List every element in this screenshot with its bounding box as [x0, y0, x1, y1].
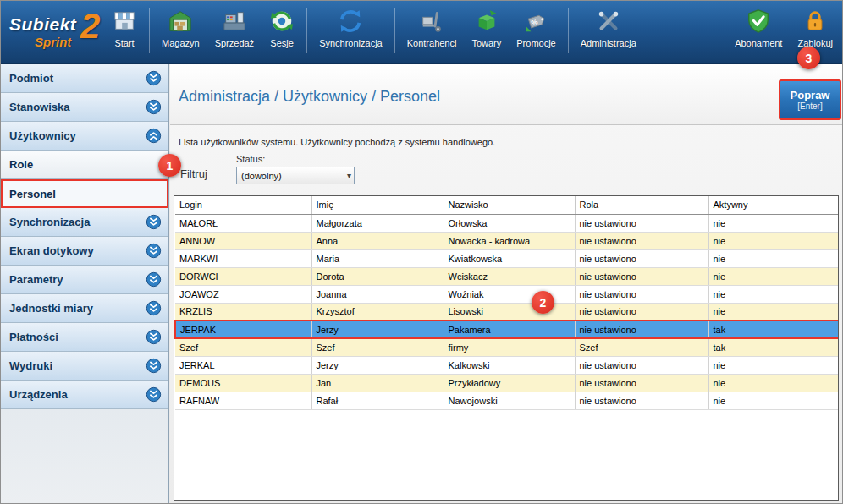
cell-login: JOAWOZ — [175, 285, 311, 303]
cell-rola: nie ustawiono — [575, 320, 708, 338]
column-header-1[interactable]: Imię — [311, 196, 444, 214]
toolbar-item-kontrahenci[interactable]: Kontrahenci — [399, 6, 465, 60]
toolbar-item-magazyn[interactable]: Magazyn — [154, 6, 207, 60]
cell-login: RAFNAW — [175, 392, 311, 409]
table-row[interactable]: MARKWIMariaKwiatkowskanie ustawiononie — [175, 249, 839, 267]
sidebar-item-parametry[interactable]: Parametry — [1, 266, 168, 294]
column-header-0[interactable]: Login — [175, 196, 311, 214]
sidebar-item-ekran-dotykowy[interactable]: Ekran dotykowy — [1, 237, 168, 266]
cell-login: ANNOW — [175, 232, 311, 249]
toolbar-item-label: Start — [114, 38, 134, 48]
popraw-button[interactable]: Popraw [Enter] — [779, 79, 841, 120]
chevron-down-icon[interactable] — [146, 358, 162, 374]
toolbar-item-administracja[interactable]: Administracja — [573, 6, 644, 60]
table-row[interactable]: JOAWOZJoannaWoźniaknie ustawiononie — [175, 285, 839, 303]
column-header-4[interactable]: Aktywny — [708, 196, 839, 214]
chevron-down-icon: ▾ — [347, 171, 351, 180]
sidebar-item-label: Podmiot — [9, 72, 53, 85]
top-toolbar: Subiekt 2 Sprint StartMagazynSprzedażSes… — [1, 1, 843, 64]
toolbar-item-label: Abonament — [735, 38, 782, 48]
subscription-shield-icon — [746, 8, 771, 34]
cell-aktywny: nie — [708, 392, 839, 409]
brand-version: 2 — [80, 6, 100, 47]
toolbar-item-sprzedaz[interactable]: Sprzedaż — [207, 6, 262, 60]
table-row[interactable]: KRZLISKrzysztofLisowskinie ustawiononie — [175, 303, 839, 320]
sidebar-item-label: Wydruki — [9, 359, 52, 372]
sidebar-item-podmiot[interactable]: Podmiot — [1, 64, 168, 93]
toolbar-item-towary[interactable]: Towary — [464, 6, 509, 60]
popraw-button-shortcut: [Enter] — [797, 101, 822, 111]
table-row[interactable]: JERKALJerzyKalkowskinie ustawiononie — [175, 356, 839, 374]
chevron-down-icon[interactable] — [146, 99, 162, 115]
toolbar-item-sesje[interactable]: Sesje — [262, 6, 302, 60]
toolbar-left-group: StartMagazynSprzedażSesjeSynchronizacjaK… — [104, 6, 644, 60]
status-dropdown[interactable]: (dowolny) ▾ — [236, 167, 355, 184]
toolbar-item-label: Sesje — [270, 38, 294, 48]
sidebar-item-uzytkownicy[interactable]: Użytkownicy — [1, 122, 168, 151]
app-logo: Subiekt 2 Sprint — [9, 9, 104, 55]
sidebar-item-label: Płatności — [9, 331, 58, 343]
cell-nazwisko: Przykładowy — [444, 374, 575, 392]
toolbar-item-abonament[interactable]: Abonament — [727, 6, 790, 60]
sidebar-item-wydruki[interactable]: Wydruki — [1, 352, 168, 381]
sidebar-item-label: Personel — [9, 188, 56, 200]
cell-imie: Dorota — [311, 267, 444, 285]
cell-nazwisko: firmy — [444, 338, 575, 356]
cell-imie: Anna — [311, 232, 444, 249]
table-row[interactable]: MAŁORŁMałgorzataOrłowskanie ustawiononie — [175, 214, 839, 232]
chevron-down-icon[interactable] — [146, 329, 162, 345]
sidebar-item-label: Ekran dotykowy — [9, 244, 94, 257]
column-header-2[interactable]: Nazwisko — [444, 196, 575, 214]
brand-name: Subiekt — [9, 14, 76, 35]
cell-rola: nie ustawiono — [575, 303, 708, 320]
cell-nazwisko: Woźniak — [444, 285, 575, 303]
toolbar-item-label: Promocje — [516, 38, 555, 48]
cell-imie: Małgorzata — [311, 214, 444, 232]
sidebar-item-jednostki-miary[interactable]: Jednostki miary — [1, 294, 168, 323]
cell-imie: Jan — [311, 374, 444, 392]
chevron-down-icon[interactable] — [146, 271, 162, 288]
page-description: Lista użytkowników systemu. Użytkownicy … — [179, 137, 495, 147]
column-header-3[interactable]: Rola — [575, 196, 708, 214]
contractors-icon — [419, 8, 444, 34]
cell-login: JERKAL — [175, 356, 311, 374]
chevron-down-icon[interactable] — [146, 70, 162, 86]
main-header: Administracja / Użytkownicy / Personel P… — [170, 64, 843, 125]
table-row[interactable]: DEMOUSJanPrzykładowynie ustawiononie — [175, 374, 839, 392]
toolbar-item-label: Zablokuj — [797, 38, 833, 48]
cell-nazwisko: Orłowska — [444, 214, 575, 232]
cell-imie: Maria — [311, 249, 444, 267]
toolbar-item-synchronizacja[interactable]: Synchronizacja — [311, 6, 390, 60]
sidebar-item-label: Parametry — [9, 273, 63, 286]
sidebar-item-label: Role — [9, 158, 33, 171]
table-row[interactable]: DORWCIDorotaWciskacznie ustawiononie — [175, 267, 839, 285]
sidebar-item-stanowiska[interactable]: Stanowiska — [1, 93, 168, 122]
chevron-down-icon[interactable] — [146, 243, 162, 259]
table-row-selected[interactable]: JERPAKJerzyPakameranie ustawionotak — [175, 320, 839, 338]
sidebar-item-personel[interactable]: Personel — [1, 179, 168, 208]
toolbar-item-start[interactable]: Start — [104, 6, 145, 60]
sidebar-item-platnosci[interactable]: Płatności — [1, 323, 168, 352]
sidebar-navigation: PodmiotStanowiskaUżytkownicyRolePersonel… — [1, 64, 169, 504]
cell-nazwisko: Lisowski — [444, 303, 575, 320]
chevron-up-icon[interactable] — [146, 128, 162, 144]
toolbar-item-label: Administracja — [581, 38, 636, 48]
sidebar-item-synchronizacja[interactable]: Synchronizacja — [1, 208, 168, 237]
chevron-down-icon[interactable] — [146, 386, 162, 403]
chevron-down-icon[interactable] — [146, 300, 162, 316]
table-row[interactable]: SzefSzeffirmySzeftak — [175, 338, 839, 356]
toolbar-item-promocje[interactable]: %Promocje — [509, 6, 563, 60]
toolbar-divider — [306, 8, 307, 53]
sidebar-item-role[interactable]: Role — [1, 151, 168, 179]
main-content: Administracja / Użytkownicy / Personel P… — [170, 64, 843, 504]
sidebar-item-urzadzenia[interactable]: Urządzenia — [1, 381, 168, 409]
cell-rola: Szef — [575, 338, 708, 356]
chevron-down-icon[interactable] — [146, 214, 162, 230]
sidebar-item-label: Urządzenia — [9, 388, 68, 401]
cell-login: KRZLIS — [175, 303, 311, 320]
table-row[interactable]: RAFNAWRafałNawojowskinie ustawiononie — [175, 392, 839, 409]
cell-nazwisko: Wciskacz — [444, 267, 575, 285]
cell-nazwisko: Kalkowski — [444, 356, 575, 374]
cell-imie: Jerzy — [311, 356, 444, 374]
table-row[interactable]: ANNOWAnnaNowacka - kadrowanie ustawionon… — [175, 232, 839, 249]
